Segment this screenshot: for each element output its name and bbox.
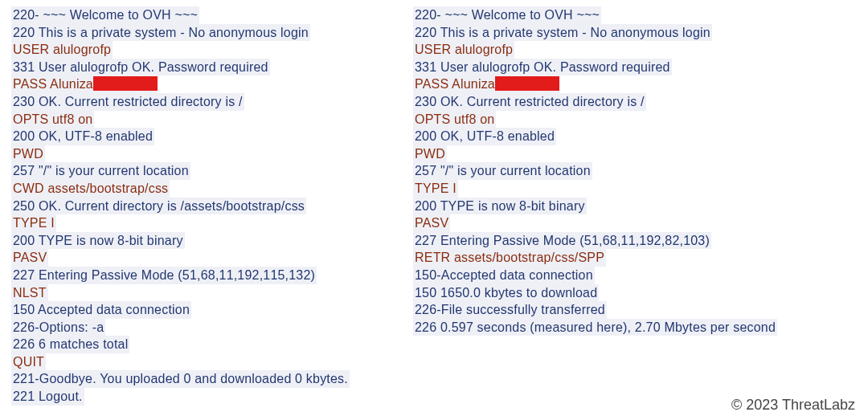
ftp-line: 220- ~~~ Welcome to OVH ~~~ — [11, 6, 199, 24]
redaction-block — [93, 76, 158, 91]
ftp-line: QUIT — [11, 353, 46, 371]
ftp-line: PWD — [11, 145, 45, 163]
ftp-line: OPTS utf8 on — [11, 111, 94, 128]
ftp-line: TYPE I — [11, 214, 56, 232]
ftp-line: 331 User alulogrofp OK. Password require… — [11, 59, 270, 76]
copyright-label: © 2023 ThreatLabz — [731, 397, 855, 414]
ftp-line: OPTS utf8 on — [413, 111, 496, 128]
redaction-block — [495, 76, 559, 91]
ftp-line: 200 OK, UTF-8 enabled — [413, 128, 556, 145]
ftp-line: CWD assets/bootstrap/css — [11, 180, 170, 198]
ftp-line: TYPE I — [413, 180, 458, 198]
ftp-line: 257 "/" is your current location — [413, 162, 592, 180]
ftp-line: 226-Options: -a — [11, 319, 105, 336]
ftp-line: 230 OK. Current restricted directory is … — [413, 93, 646, 111]
ftp-line: 257 "/" is your current location — [11, 162, 190, 180]
ftp-line: 221-Goodbye. You uploaded 0 and download… — [11, 370, 350, 388]
ftp-line: PASV — [11, 249, 48, 267]
ftp-line: 226-File successfully transferred — [413, 301, 607, 319]
ftp-sessions: 220- ~~~ Welcome to OVH ~~~ 220 This is … — [0, 0, 868, 406]
ftp-line: 200 OK, UTF-8 enabled — [11, 128, 154, 145]
ftp-line: 200 TYPE is now 8-bit binary — [11, 232, 185, 250]
ftp-line: USER alulogrofp — [11, 41, 113, 59]
ftp-session-right: 220- ~~~ Welcome to OVH ~~~ 220 This is … — [413, 6, 863, 406]
ftp-line: PASV — [413, 214, 450, 232]
ftp-pass-prefix: PASS Aluniza — [13, 77, 93, 91]
ftp-line: 220- ~~~ Welcome to OVH ~~~ — [413, 6, 601, 24]
ftp-line: 221 Logout. — [11, 388, 84, 406]
ftp-pass-line: PASS Aluniza — [11, 75, 158, 93]
ftp-line: 150 1650.0 kbytes to download — [413, 284, 599, 302]
ftp-line: 230 OK. Current restricted directory is … — [11, 93, 244, 111]
ftp-line: NLST — [11, 284, 48, 302]
ftp-line: 227 Entering Passive Mode (51,68,11,192,… — [413, 232, 711, 250]
ftp-line: 331 User alulogrofp OK. Password require… — [413, 59, 672, 76]
ftp-line: 226 0.597 seconds (measured here), 2.70 … — [413, 319, 777, 336]
ftp-line: 200 TYPE is now 8-bit binary — [413, 198, 587, 215]
ftp-line: 150-Accepted data connection — [413, 267, 595, 284]
ftp-line: RETR assets/bootstrap/css/SPP — [413, 249, 606, 267]
ftp-line: 226 6 matches total — [11, 336, 129, 353]
ftp-line: PWD — [413, 145, 447, 163]
ftp-line: 227 Entering Passive Mode (51,68,11,192,… — [11, 267, 317, 284]
ftp-pass-line: PASS Aluniza — [413, 75, 559, 93]
ftp-line: 220 This is a private system - No anonym… — [413, 24, 712, 42]
ftp-pass-prefix: PASS Aluniza — [415, 77, 495, 91]
ftp-line: USER alulogrofp — [413, 41, 514, 59]
ftp-line: 150 Accepted data connection — [11, 301, 191, 319]
ftp-session-left: 220- ~~~ Welcome to OVH ~~~ 220 This is … — [11, 6, 389, 406]
ftp-line: 220 This is a private system - No anonym… — [11, 24, 310, 42]
ftp-line: 250 OK. Current directory is /assets/boo… — [11, 198, 306, 215]
